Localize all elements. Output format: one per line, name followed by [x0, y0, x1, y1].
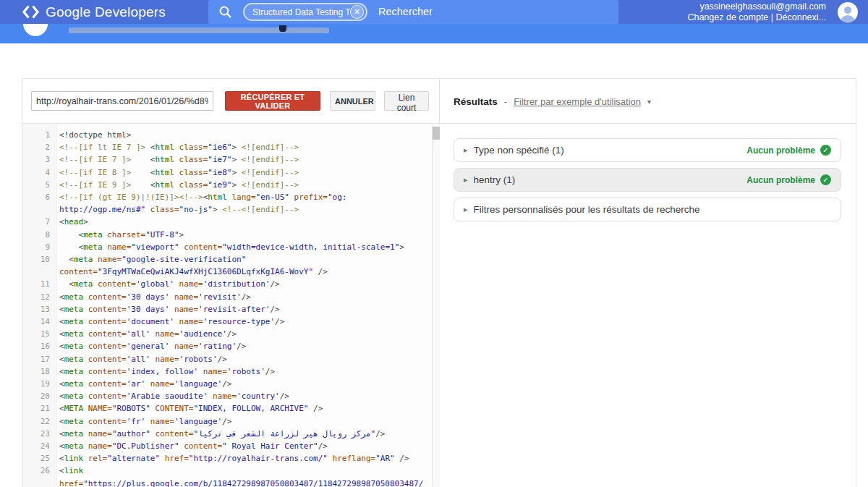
line-number: 2	[22, 141, 56, 153]
code-line: 12<meta content='30 days' name='revisit'…	[22, 291, 432, 303]
line-number: 17	[22, 353, 56, 365]
result-card-label: Type non spécifié (1)	[474, 145, 747, 156]
code-text[interactable]: <meta content='30 days' name='revisit-af…	[56, 303, 432, 316]
results-dash: -	[504, 96, 507, 107]
check-icon: ✓	[820, 145, 831, 156]
editor-scrollbar-thumb[interactable]	[433, 127, 440, 140]
line-number: 21	[22, 402, 56, 415]
line-number: 16	[22, 340, 56, 352]
search-field[interactable]: Structured Data Testing T... ✕ Recherche…	[208, 0, 618, 24]
code-line: 1<!doctype html>	[22, 129, 432, 141]
search-icon[interactable]	[218, 5, 232, 22]
line-number: 9	[22, 241, 56, 253]
cancel-button[interactable]: ANNULER	[330, 91, 375, 111]
code-line: 17<meta content='all' name='robots'/>	[22, 353, 432, 365]
code-line: 11 <meta content='global' name='distribu…	[22, 278, 432, 290]
line-number: 6	[22, 191, 56, 216]
code-line: 4<!--[if IE 8 ]> <html class="ie8"> <![e…	[22, 166, 432, 179]
search-submit-button[interactable]: Rechercher	[378, 0, 433, 24]
line-number: 19	[22, 378, 56, 390]
code-line: 26<link href="https://plus.google.com/b/…	[22, 465, 432, 487]
code-line: 19<meta content='ar' name='language'/>	[22, 378, 432, 390]
code-text[interactable]: <meta content='Arabie saoudite' name='co…	[56, 390, 432, 402]
code-line: 16<meta content='general' name='rating'/…	[22, 340, 432, 352]
code-line: 6<!--[if (gt IE 9)|!(IE)]><!--><html lan…	[22, 191, 432, 216]
result-card-label: hentry (1)	[474, 174, 747, 185]
status-badge: Aucun problème	[746, 175, 815, 185]
code-text[interactable]: <!doctype html>	[56, 129, 432, 141]
expand-arrow-icon: ▸	[464, 175, 468, 185]
line-number: 23	[22, 428, 56, 440]
line-number: 26	[22, 465, 56, 487]
code-text[interactable]: <meta name="author" content="مركز رويال …	[56, 428, 432, 440]
expand-arrow-icon: ▸	[464, 205, 468, 214]
code-line: 13<meta content='30 days' name='revisit-…	[22, 303, 432, 316]
code-text[interactable]: <link rel="alternate" href="http://royal…	[56, 452, 432, 465]
chip-close-icon[interactable]: ✕	[350, 5, 364, 19]
line-number: 13	[22, 303, 56, 316]
editor-scrollbar[interactable]	[432, 124, 440, 487]
chevron-down-icon[interactable]: ▾	[647, 98, 651, 106]
line-number: 7	[22, 216, 56, 228]
line-number: 8	[22, 229, 56, 241]
code-text[interactable]: <!--[if lt IE 7 ]> <html class="ie6"> <!…	[56, 141, 432, 153]
result-cards: ▸Type non spécifié (1)Aucun problème✓▸he…	[454, 138, 841, 227]
fetch-toolbar: RÉCUPÉRER ET VALIDER ANNULER Lien court	[22, 79, 439, 124]
search-query-label: Structured Data Testing T...	[252, 7, 350, 17]
fetch-validate-button[interactable]: RÉCUPÉRER ET VALIDER	[225, 91, 320, 111]
google-developers-brand[interactable]: Google Developers	[22, 0, 166, 24]
editor-column: RÉCUPÉRER ET VALIDER ANNULER Lien court …	[22, 79, 440, 487]
code-text[interactable]: <link href="https://plus.google.com/b/11…	[56, 465, 432, 487]
brand-title: Google Developers	[46, 4, 166, 20]
code-line: 24<meta name="DC.Publisher" content=" Ro…	[22, 440, 432, 452]
code-text[interactable]: <meta content='general' name='rating'/>	[56, 340, 432, 352]
code-text[interactable]: <meta content='ar' name='language'/>	[56, 378, 432, 390]
code-text[interactable]: <META NAME="ROBOTS" CONTENT="INDEX, FOLL…	[56, 402, 432, 415]
code-text[interactable]: <meta name="google-site-verification" co…	[56, 253, 432, 278]
result-card[interactable]: ▸Type non spécifié (1)Aucun problème✓	[454, 138, 841, 162]
code-text[interactable]: <meta content='index, follow' name='robo…	[56, 365, 432, 378]
code-text[interactable]: <meta content='all' name='robots'/>	[56, 353, 432, 365]
search-query-chip[interactable]: Structured Data Testing T... ✕	[243, 3, 367, 21]
code-editor[interactable]: 1<!doctype html>2<!--[if lt IE 7 ]> <htm…	[22, 124, 432, 487]
code-text[interactable]: <meta content='all' name='audience'/>	[56, 328, 432, 340]
code-text[interactable]: <meta content='fr' name='language'/>	[56, 415, 432, 428]
code-text[interactable]: <meta name="viewport" content="width=dev…	[56, 241, 432, 253]
code-text[interactable]: <meta content='30 days' name='revisit'/>	[56, 291, 432, 303]
filter-by-usage-link[interactable]: Filtrer par exemple d'utilisation	[514, 96, 641, 107]
result-card[interactable]: ▸hentry (1)Aucun problème✓	[454, 168, 841, 192]
results-header: Résultats - Filtrer par exemple d'utilis…	[441, 79, 856, 124]
code-line: 23<meta name="author" content="مركز رويا…	[22, 428, 432, 440]
line-number: 1	[22, 129, 56, 141]
result-card[interactable]: ▸Filtres personnalisés pour les résultat…	[454, 198, 841, 221]
code-line: 22<meta content='fr' name='language'/>	[22, 415, 432, 428]
results-column: Résultats - Filtrer par exemple d'utilis…	[441, 79, 856, 487]
code-line: 10 <meta name="google-site-verification"…	[22, 253, 432, 278]
code-line: 21<META NAME="ROBOTS" CONTENT="INDEX, FO…	[22, 402, 432, 415]
code-text[interactable]: <!--[if IE 8 ]> <html class="ie8"> <![en…	[56, 166, 432, 179]
code-line: 14<meta content='document' name='resourc…	[22, 316, 432, 328]
tool-title-descender	[279, 25, 286, 32]
line-number: 15	[22, 328, 56, 340]
code-text[interactable]: <!--[if IE 7 ]> <html class="ie7"> <![en…	[56, 153, 432, 166]
code-line: 3<!--[if IE 7 ]> <html class="ie7"> <![e…	[22, 153, 432, 166]
line-number: 3	[22, 153, 56, 166]
code-text[interactable]: <meta name="DC.Publisher" content=" Roya…	[56, 440, 432, 452]
code-line: 25<link rel="alternate" href="http://roy…	[22, 452, 432, 465]
code-line: 18<meta content='index, follow' name='ro…	[22, 365, 432, 378]
url-input[interactable]	[31, 91, 213, 111]
tool-logo-partial	[23, 24, 48, 36]
code-line: 20<meta content='Arabie saoudite' name='…	[22, 390, 432, 402]
code-text[interactable]: <head>	[56, 216, 432, 228]
code-text[interactable]: <meta content='global' name='distributio…	[56, 278, 432, 290]
code-text[interactable]: <!--[if IE 9 ]> <html class="ie9"> <![en…	[56, 179, 432, 191]
code-text[interactable]: <meta content='document' name='resource-…	[56, 316, 432, 328]
avatar[interactable]	[838, 2, 858, 22]
short-link-button[interactable]: Lien court	[384, 91, 429, 111]
code-text[interactable]: <!--[if (gt IE 9)|!(IE)]><!--><html lang…	[56, 191, 432, 216]
line-number: 5	[22, 179, 56, 191]
account-links[interactable]: Changez de compte | Déconnexi...	[687, 12, 826, 23]
code-line: 5<!--[if IE 9 ]> <html class="ie9"> <![e…	[22, 179, 432, 191]
line-number: 18	[22, 365, 56, 378]
code-text[interactable]: <meta charset="UTF-8">	[56, 229, 432, 241]
